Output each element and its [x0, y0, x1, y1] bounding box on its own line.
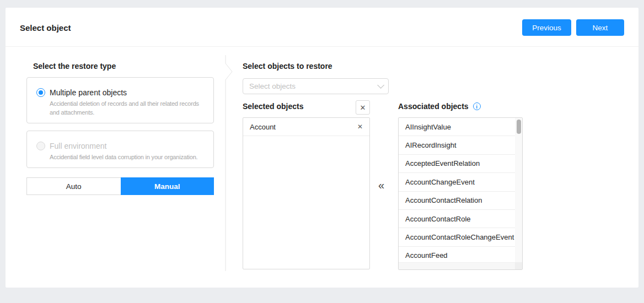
close-icon: ✕	[360, 104, 366, 112]
associated-object-row[interactable]: AccountContactRelation	[399, 192, 515, 210]
option-multiple-parent-objects[interactable]: Multiple parent objects Accidential dele…	[26, 77, 214, 123]
selected-object-name: Account	[250, 123, 276, 131]
associated-object-row[interactable]: AccountChangeEvent	[399, 173, 515, 191]
auto-manual-toggle: Auto Manual	[26, 177, 214, 195]
page-background: Select object Previous Next Select the r…	[0, 0, 644, 303]
objects-select-dropdown[interactable]: Select objects	[243, 78, 389, 94]
option-description: Accidential deletion of records and all …	[50, 99, 205, 117]
objects-to-restore-heading: Select objects to restore	[243, 62, 332, 71]
panel-divider-arrow	[222, 55, 235, 271]
select-placeholder: Select objects	[249, 82, 377, 90]
associated-object-row[interactable]: AccountContactRole	[399, 210, 515, 228]
toggle-auto[interactable]: Auto	[26, 177, 121, 195]
horizontal-scrollbar[interactable]	[399, 262, 516, 269]
next-button[interactable]: Next	[576, 19, 624, 36]
chevron-down-icon	[377, 82, 384, 89]
clear-selected-button[interactable]: ✕	[356, 100, 370, 115]
associated-object-row[interactable]: AIInsightValue	[399, 118, 515, 136]
radio-selected-icon[interactable]	[36, 88, 45, 97]
option-full-environment[interactable]: Full environment Accidential field level…	[26, 131, 214, 168]
associated-objects-label: Associated objects	[398, 102, 469, 111]
restore-type-heading: Select the restore type	[33, 62, 116, 71]
associated-object-row[interactable]: AccountContactRoleChangeEvent	[399, 228, 515, 246]
selected-object-row[interactable]: Account✕	[243, 118, 369, 136]
associated-object-row[interactable]: AcceptedEventRelation	[399, 155, 515, 173]
associated-objects-heading: Associated objects i	[398, 102, 481, 111]
option-label: Full environment	[50, 142, 107, 150]
scrollbar-thumb[interactable]	[517, 120, 521, 134]
option-description: Accidential field level data corruption …	[50, 153, 197, 161]
page-title: Select object	[20, 23, 71, 33]
remove-icon[interactable]: ✕	[357, 123, 363, 131]
radio-disabled-icon	[36, 142, 45, 150]
card-header: Select object Previous Next	[6, 8, 638, 47]
toggle-manual[interactable]: Manual	[121, 177, 214, 195]
associated-objects-list: AIInsightValueAIRecordInsightAcceptedEve…	[398, 117, 523, 270]
associated-objects-rows: AIInsightValueAIRecordInsightAcceptedEve…	[399, 118, 515, 265]
wizard-card: Select object Previous Next Select the r…	[6, 8, 638, 288]
previous-button[interactable]: Previous	[522, 19, 571, 36]
associated-object-row[interactable]: AIRecordInsight	[399, 136, 515, 154]
move-left-button[interactable]: «	[378, 180, 384, 191]
vertical-scrollbar[interactable]	[515, 118, 522, 262]
info-icon[interactable]: i	[473, 102, 481, 110]
option-label: Multiple parent objects	[50, 88, 127, 97]
selected-objects-list: Account✕	[243, 117, 370, 269]
scrollbar-corner	[515, 262, 522, 269]
selected-objects-heading: Selected objects	[243, 102, 304, 111]
